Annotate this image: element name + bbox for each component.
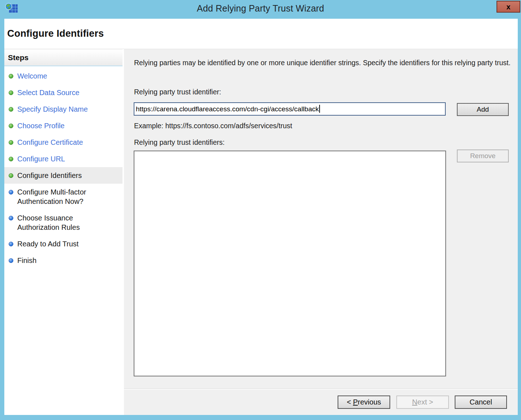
add-button[interactable]: Add — [457, 103, 509, 116]
step-item-finish: Finish — [4, 252, 123, 269]
step-completed-icon — [9, 90, 13, 95]
step-item-ready-to-add-trust: Ready to Add Trust — [4, 236, 123, 252]
step-item-configure-certificate[interactable]: Configure Certificate — [4, 134, 123, 151]
step-completed-icon — [9, 74, 13, 79]
example-text: Example: https://fs.contoso.com/adfs/ser… — [134, 122, 292, 130]
step-completed-icon — [9, 157, 13, 161]
text-cursor — [319, 105, 320, 113]
step-completed-icon — [9, 140, 13, 145]
step-item-configure-identifiers: Configure Identifiers — [4, 167, 123, 184]
step-upcoming-icon — [9, 190, 13, 195]
close-button[interactable]: x — [496, 1, 520, 13]
cancel-button[interactable]: Cancel — [455, 396, 507, 409]
step-item-welcome[interactable]: Welcome — [4, 68, 123, 84]
page-header: Configure Identifiers — [4, 19, 518, 49]
dialog-surface: Configure Identifiers Steps Welcome Sele… — [4, 19, 518, 415]
page-description: Relying parties may be identified by one… — [134, 58, 512, 68]
remove-button[interactable]: Remove — [457, 149, 509, 162]
steps-list: Welcome Select Data Source Specify Displ… — [4, 66, 123, 269]
step-upcoming-icon — [9, 258, 13, 263]
step-upcoming-icon — [9, 216, 13, 220]
step-completed-icon — [9, 124, 13, 128]
step-item-configure-multifactor: Configure Multi-factor Authentication No… — [4, 184, 123, 210]
step-item-specify-display-name[interactable]: Specify Display Name — [4, 101, 123, 117]
wizard-window: Add Relying Party Trust Wizard x Configu… — [0, 0, 521, 420]
window-title: Add Relying Party Trust Wizard — [0, 3, 521, 14]
next-button[interactable]: Next > — [396, 396, 449, 409]
footer-divider — [124, 389, 518, 390]
steps-panel-title: Steps — [4, 50, 123, 66]
page-title: Configure Identifiers — [7, 28, 104, 39]
previous-button[interactable]: < Previous — [338, 396, 390, 409]
identifiers-listbox[interactable] — [134, 151, 446, 376]
steps-sidebar: Steps Welcome Select Data Source Specify… — [4, 49, 123, 415]
step-item-choose-issuance-rules: Choose Issuance Authorization Rules — [4, 210, 123, 236]
step-current-icon — [9, 173, 13, 178]
step-item-configure-url[interactable]: Configure URL — [4, 151, 123, 167]
content-panel: Relying parties may be identified by one… — [124, 49, 518, 415]
step-upcoming-icon — [9, 242, 13, 246]
step-item-select-data-source[interactable]: Select Data Source — [4, 84, 123, 101]
step-completed-icon — [9, 107, 13, 112]
titlebar: Add Relying Party Trust Wizard x — [0, 0, 521, 19]
step-item-choose-profile[interactable]: Choose Profile — [4, 117, 123, 134]
identifier-field-label: Relying party trust identifier: — [134, 88, 221, 96]
identifier-input[interactable]: https://carena.cloudflareaccess.com/cdn-… — [134, 102, 446, 116]
identifier-input-value: https://carena.cloudflareaccess.com/cdn-… — [136, 105, 319, 113]
identifiers-list-label: Relying party trust identifiers: — [134, 138, 224, 147]
